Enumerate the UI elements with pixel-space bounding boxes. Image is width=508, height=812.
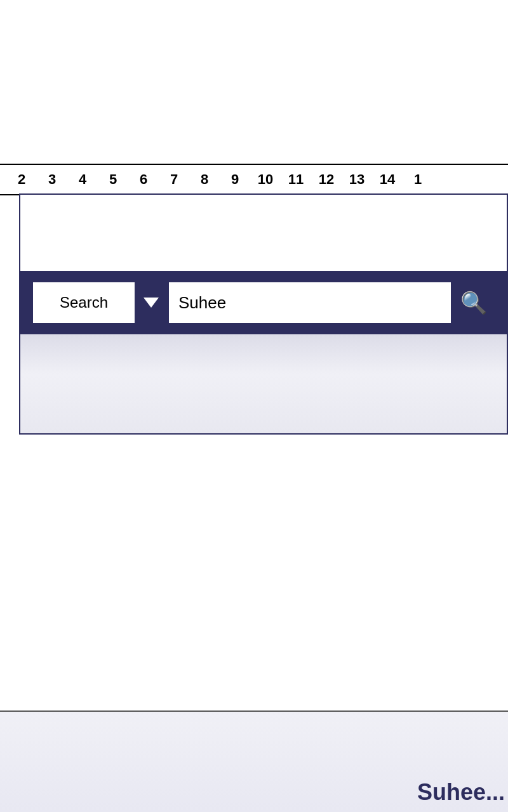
ruler-tick-8: 8 — [189, 171, 220, 188]
panel-top-area — [20, 195, 507, 271]
search-input-wrapper — [169, 281, 452, 324]
search-input[interactable] — [178, 293, 441, 313]
panel-bottom-area — [20, 334, 507, 433]
ruler-tick-7: 7 — [159, 171, 189, 188]
ruler-tick-9: 9 — [220, 171, 250, 188]
search-dropdown-button[interactable]: Search — [32, 281, 169, 324]
dropdown-arrow-icon — [135, 282, 168, 323]
ruler-tick-11: 11 — [281, 171, 311, 188]
ruler: 2 3 4 5 6 7 8 9 10 11 12 13 14 1 — [0, 164, 508, 195]
bottom-partial-text: Suhee... — [417, 779, 508, 806]
ruler-tick-14: 14 — [372, 171, 403, 188]
ruler-tick-12: 12 — [311, 171, 342, 188]
main-panel: Search 🔍 — [19, 193, 508, 435]
ruler-tick-10: 10 — [250, 171, 281, 188]
ruler-tick-3: 3 — [37, 171, 67, 188]
search-dropdown-label: Search — [33, 294, 135, 311]
chevron-down-icon — [144, 298, 159, 308]
search-icon: 🔍 — [460, 290, 487, 315]
search-bar: Search 🔍 — [20, 271, 507, 334]
ruler-numbers: 2 3 4 5 6 7 8 9 10 11 12 13 14 1 — [0, 171, 433, 188]
ruler-tick-13: 13 — [342, 171, 372, 188]
ruler-tick-4: 4 — [67, 171, 98, 188]
ruler-tick-6: 6 — [128, 171, 159, 188]
bottom-footer: Suhee... — [0, 710, 508, 812]
ruler-tick-5: 5 — [98, 171, 128, 188]
ruler-tick-2: 2 — [6, 171, 37, 188]
ruler-tick-15: 1 — [403, 171, 433, 188]
search-button[interactable]: 🔍 — [452, 281, 495, 324]
